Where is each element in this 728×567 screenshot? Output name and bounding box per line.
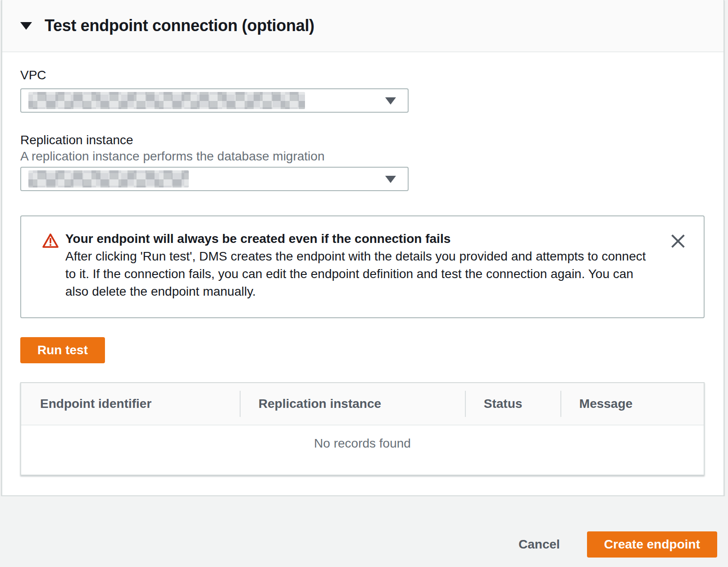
connection-results-table: Endpoint identifier Replication instance… [20, 382, 705, 476]
column-header-status: Status [465, 383, 560, 425]
form-actions-footer: Cancel Create endpoint [0, 496, 728, 567]
table-header-row: Endpoint identifier Replication instance… [21, 383, 704, 425]
page: Test endpoint connection (optional) VPC … [0, 0, 728, 567]
vpc-label: VPC [20, 68, 705, 83]
section-body: VPC Replication instance A replication i… [2, 68, 723, 476]
warning-alert: Your endpoint will always be created eve… [20, 215, 705, 318]
warning-alert-body: After clicking 'Run test', DMS creates t… [65, 247, 651, 300]
replication-instance-select[interactable] [20, 167, 409, 191]
cancel-button[interactable]: Cancel [519, 531, 560, 558]
redacted-replication-instance-value [28, 170, 189, 187]
column-header-message: Message [560, 383, 704, 425]
chevron-down-icon [385, 97, 396, 105]
column-header-endpoint-identifier: Endpoint identifier [21, 383, 240, 425]
create-endpoint-button[interactable]: Create endpoint [587, 531, 717, 558]
empty-state-text: No records found [21, 425, 704, 475]
warning-alert-text: Your endpoint will always be created eve… [65, 230, 651, 300]
test-endpoint-connection-section: Test endpoint connection (optional) VPC … [1, 0, 724, 496]
close-icon[interactable] [670, 233, 686, 249]
run-test-button[interactable]: Run test [20, 337, 105, 363]
section-expander[interactable]: Test endpoint connection (optional) [2, 0, 723, 52]
replication-instance-description: A replication instance performs the data… [20, 149, 705, 164]
warning-alert-title: Your endpoint will always be created eve… [65, 230, 651, 247]
collapse-triangle-icon[interactable] [20, 22, 32, 30]
warning-triangle-icon [42, 233, 59, 251]
chevron-down-icon [385, 176, 396, 183]
column-header-replication-instance: Replication instance [240, 383, 465, 425]
replication-instance-label: Replication instance [20, 133, 705, 148]
redacted-vpc-value [28, 92, 305, 109]
section-title: Test endpoint connection (optional) [45, 16, 314, 35]
vpc-select[interactable] [20, 88, 409, 113]
